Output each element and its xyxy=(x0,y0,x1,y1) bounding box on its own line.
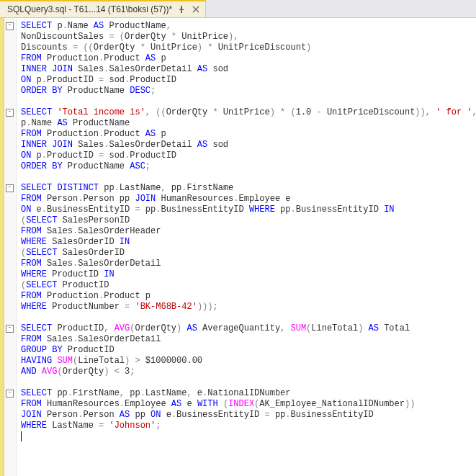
collapse-toggle[interactable]: - xyxy=(6,109,14,117)
code-text-area[interactable]: SELECT p.Name AS ProductName, NonDiscoun… xyxy=(17,18,476,476)
collapse-toggle[interactable]: - xyxy=(6,184,14,192)
editor-window: SQLQuery3.sql - T61...14 (T61\boksi (57)… xyxy=(0,0,476,476)
collapse-toggle[interactable]: - xyxy=(6,22,14,30)
code-area-wrap: ----- SELECT p.Name AS ProductName, NonD… xyxy=(0,18,476,476)
pin-icon[interactable] xyxy=(176,4,187,14)
collapse-toggle[interactable]: - xyxy=(6,325,14,333)
tab-title: SQLQuery3.sql - T61...14 (T61\boksi (57)… xyxy=(7,4,172,14)
tab-bar: SQLQuery3.sql - T61...14 (T61\boksi (57)… xyxy=(0,0,476,18)
active-tab[interactable]: SQLQuery3.sql - T61...14 (T61\boksi (57)… xyxy=(0,0,206,17)
collapse-toggle[interactable]: - xyxy=(6,390,14,398)
text-cursor xyxy=(21,431,22,441)
outline-gutter: ----- xyxy=(4,18,17,476)
close-icon[interactable] xyxy=(191,4,201,14)
